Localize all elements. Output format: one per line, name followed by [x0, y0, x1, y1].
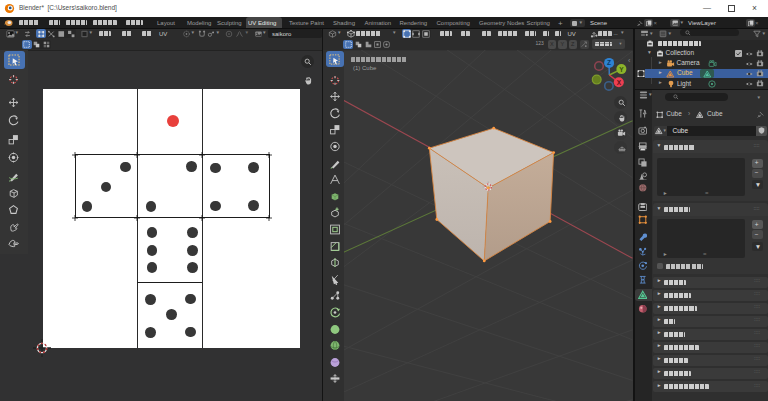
svg-text:Z: Z: [607, 59, 611, 66]
svg-text:Y: Y: [619, 66, 624, 73]
svg-text:X: X: [617, 79, 622, 86]
